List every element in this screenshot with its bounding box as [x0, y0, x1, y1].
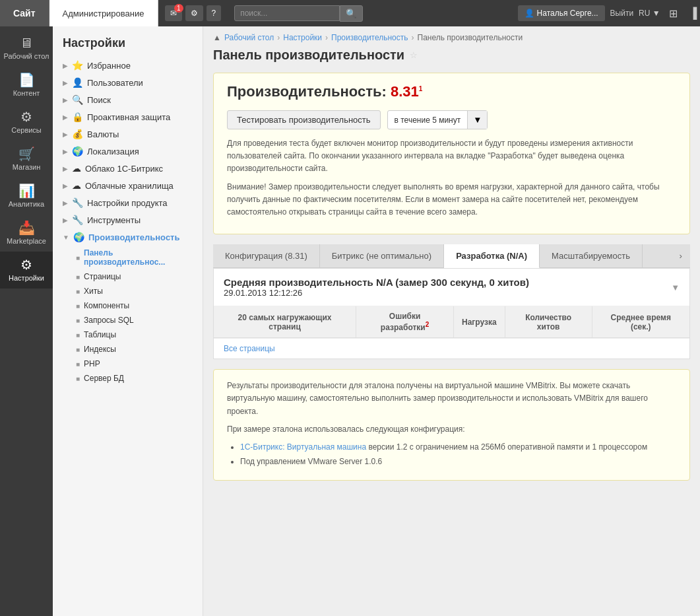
perf-desc-1: Для проведения теста будет включен монит…: [227, 137, 676, 176]
page-title-row: Панель производительности ☆: [213, 48, 690, 63]
settings-icon-button[interactable]: ⚙: [185, 5, 203, 21]
sidebar-label-services: Сервисы: [11, 126, 42, 134]
arrow-icon: ▶: [63, 62, 68, 69]
submenu-item-tables[interactable]: ■ Таблицы: [53, 327, 203, 342]
submenu-label-indexes: Индексы: [84, 345, 116, 354]
submenu-item-db[interactable]: ■ Сервер БД: [53, 371, 203, 386]
sidebar-item-services[interactable]: ⚙ Сервисы: [0, 104, 53, 141]
submenu-label-hits: Хиты: [84, 287, 103, 296]
info-card: Результаты производительности для эталон…: [213, 369, 690, 481]
breadcrumb-desktop[interactable]: Рабочий стол: [224, 33, 274, 42]
results-collapse-icon[interactable]: ▼: [671, 283, 680, 292]
breadcrumb-performance[interactable]: Производительность: [331, 33, 408, 42]
dot-icon: ■: [76, 331, 80, 339]
results-title-line1: Средняя производительность N/A (замер 30…: [224, 277, 529, 288]
submenu-item-indexes[interactable]: ■ Индексы: [53, 342, 203, 357]
submenu-label-php: PHP: [84, 359, 100, 368]
menu-item-performance[interactable]: ▼ 🌍 Производительность: [53, 228, 203, 246]
duration-dropdown-button[interactable]: ▼: [467, 111, 487, 129]
product-settings-icon: 🔧: [72, 197, 83, 208]
results-title: Средняя производительность N/A (замер 30…: [224, 277, 529, 298]
info-list-item-1: 1С-Битрикс: Виртуальная машина версии 1.…: [240, 441, 676, 454]
settings-sidebar: Настройки ▶ ⭐ Избранное ▶ 👤 Пользователи…: [53, 26, 203, 616]
arrow-expanded-icon: ▼: [63, 234, 69, 241]
table-header-row: 20 самых нагружающих страниц Ошибки разр…: [214, 306, 689, 338]
sidebar-item-analytics[interactable]: 📊 Аналитика: [0, 178, 53, 215]
submenu-item-pages[interactable]: ■ Страницы: [53, 269, 203, 284]
marketplace-icon: 📥: [18, 221, 35, 234]
sidebar-item-content[interactable]: 📄 Контент: [0, 67, 53, 104]
user-icon: 👤: [525, 9, 534, 18]
search-input[interactable]: [234, 5, 340, 21]
extra-button[interactable]: ▐: [686, 7, 700, 19]
favorite-star-icon[interactable]: ☆: [410, 50, 418, 60]
submenu-item-hits[interactable]: ■ Хиты: [53, 284, 203, 298]
logout-button[interactable]: Выйти: [610, 9, 634, 18]
sidebar-label-analytics: Аналитика: [9, 200, 44, 208]
submenu-label-perf-panel: Панель производительнос...: [84, 248, 196, 267]
menu-item-localization[interactable]: ▶ 🌍 Локализация: [53, 143, 203, 160]
dot-icon: ■: [76, 360, 80, 368]
tab-scale[interactable]: Масштабируемость: [540, 244, 643, 267]
menu-label-search: Поиск: [87, 95, 111, 105]
performance-score: Производительность: 8.311: [227, 83, 676, 100]
perf-desc-2: Внимание! Замер производительности следу…: [227, 181, 676, 219]
menu-item-product-settings[interactable]: ▶ 🔧 Настройки продукта: [53, 194, 203, 211]
shop-icon: 🛒: [18, 147, 35, 160]
help-button[interactable]: ?: [207, 5, 222, 21]
results-title-line2: 29.01.2013 12:12:26: [224, 288, 529, 298]
test-performance-button[interactable]: Тестировать производительность: [227, 110, 381, 129]
sidebar-item-settings[interactable]: ⚙ Настройки: [0, 252, 53, 289]
site-button[interactable]: Сайт: [0, 0, 49, 26]
breadcrumb-sep3: ›: [412, 33, 414, 42]
user-area: 👤 Наталья Серге... Выйти RU ▼ ⊞ ▐: [518, 5, 700, 21]
content-icon: 📄: [18, 73, 35, 86]
page-title: Панель производительности: [213, 48, 404, 63]
dot-icon: ■: [76, 317, 80, 324]
tab-bitrix[interactable]: Битрикс (не оптимально): [320, 244, 444, 267]
table-col-time: Среднее время (сек.): [592, 306, 689, 338]
menu-item-proactive[interactable]: ▶ 🔒 Проактивная защита: [53, 108, 203, 125]
sidebar-item-shop[interactable]: 🛒 Магазин: [0, 141, 53, 178]
sidebar-label-content: Контент: [13, 89, 40, 97]
tabs-more-button[interactable]: ›: [672, 244, 690, 267]
menu-item-tools[interactable]: ▶ 🔧 Инструменты: [53, 211, 203, 228]
arrow-icon: ▶: [63, 79, 68, 86]
submenu-item-php[interactable]: ■ PHP: [53, 357, 203, 371]
sidebar-item-marketplace[interactable]: 📥 Marketplace: [0, 215, 53, 252]
all-pages-link[interactable]: Все страницы: [214, 338, 689, 359]
menu-item-users[interactable]: ▶ 👤 Пользователи: [53, 74, 203, 91]
arrow-icon: ▶: [63, 182, 68, 189]
search-button[interactable]: 🔍: [340, 5, 363, 22]
top-bar: Сайт Администрирование ✉ 1 ⚙ ? 🔍 👤 Натал…: [0, 0, 700, 26]
user-button[interactable]: 👤 Наталья Серге...: [518, 5, 605, 21]
menu-item-currency[interactable]: ▶ 💰 Валюты: [53, 125, 203, 143]
menu-item-search[interactable]: ▶ 🔍 Поиск: [53, 91, 203, 108]
menu-item-cloud-storage[interactable]: ▶ ☁ Облачные хранилища: [53, 177, 203, 194]
menu-label-currency: Валюты: [87, 129, 119, 139]
breadcrumb-settings[interactable]: Настройки: [283, 33, 322, 42]
performance-description: Для проведения теста будет включен монит…: [227, 137, 676, 219]
notifications-button[interactable]: ✉ 1: [165, 5, 182, 21]
table-col-load: Нагрузка: [454, 306, 505, 338]
menu-label-favorites: Избранное: [87, 61, 131, 71]
menu-label-users: Пользователи: [87, 78, 143, 88]
info-list: 1С-Битрикс: Виртуальная машина версии 1.…: [227, 441, 676, 468]
tab-dev[interactable]: Разработка (N/A): [444, 244, 540, 268]
grid-icon-button[interactable]: ⊞: [666, 7, 681, 20]
submenu-item-perf-panel[interactable]: ■ Панель производительнос...: [53, 246, 203, 269]
table-col-pages: 20 самых нагружающих страниц: [214, 306, 356, 338]
sidebar-item-desktop[interactable]: 🖥 Рабочий стол: [0, 30, 53, 67]
performance-controls: Тестировать производительность в течение…: [227, 110, 676, 129]
menu-item-favorites[interactable]: ▶ ⭐ Избранное: [53, 57, 203, 74]
vm-link[interactable]: 1С-Битрикс: Виртуальная машина: [240, 442, 366, 452]
performance-card: Производительность: 8.311 Тестировать пр…: [213, 73, 690, 234]
tab-config[interactable]: Конфигурация (8.31): [213, 244, 320, 267]
admin-button[interactable]: Администрирование: [49, 0, 158, 26]
language-button[interactable]: RU ▼: [639, 9, 660, 18]
menu-item-cloud[interactable]: ▶ ☁ Облако 1С-Битрикс: [53, 160, 203, 177]
submenu-item-sql[interactable]: ■ Запросы SQL: [53, 313, 203, 327]
submenu-label-pages: Страницы: [84, 272, 121, 281]
arrow-icon: ▶: [63, 148, 68, 155]
submenu-item-components[interactable]: ■ Компоненты: [53, 298, 203, 313]
